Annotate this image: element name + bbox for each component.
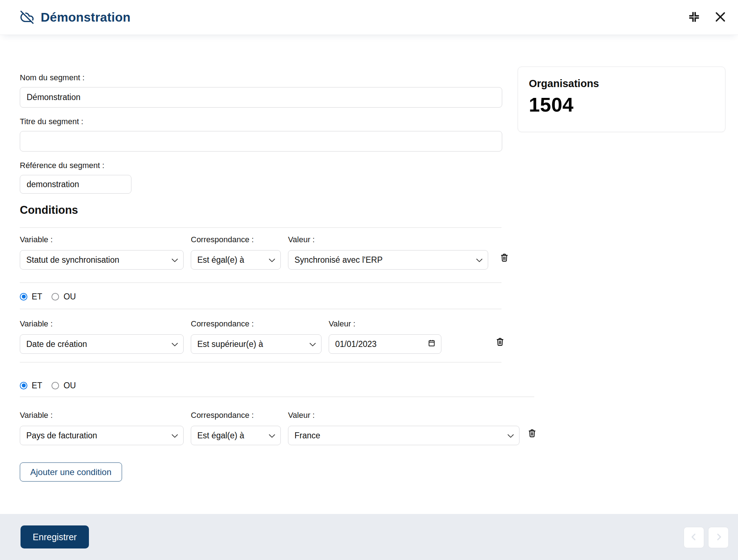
radio-ou[interactable]: OU xyxy=(51,381,76,390)
pagination xyxy=(684,527,729,548)
operator-row-2: ET OU xyxy=(20,380,540,391)
chevron-down-icon xyxy=(269,431,275,441)
variable-select-value: Pays de facturation xyxy=(26,431,97,441)
chevron-down-icon xyxy=(310,339,316,349)
segment-editor-modal: Démonstration xyxy=(0,0,738,560)
condition-row-2: Variable : Date de création Correspondan… xyxy=(20,319,540,354)
value-select[interactable]: Synchronisé avec l'ERP xyxy=(288,250,488,270)
calendar-icon[interactable] xyxy=(428,339,436,349)
chevron-down-icon xyxy=(172,339,178,349)
match-select-value: Est supérieur(e) à xyxy=(197,339,263,349)
value-date-input[interactable]: 01/01/2023 xyxy=(329,334,441,354)
radio-ou[interactable]: OU xyxy=(51,292,76,302)
match-label: Correspondance : xyxy=(191,319,321,329)
close-button[interactable] xyxy=(712,9,729,26)
match-select-value: Est égal(e) à xyxy=(197,431,244,441)
segment-reference-input[interactable]: demonstration xyxy=(20,175,131,194)
divider xyxy=(20,309,501,309)
variable-label: Variable : xyxy=(20,319,184,329)
trash-icon xyxy=(527,434,537,439)
match-select[interactable]: Est supérieur(e) à xyxy=(191,334,321,354)
segment-title-label: Titre du segment : xyxy=(20,117,540,126)
radio-ou-label: OU xyxy=(63,381,76,390)
divider xyxy=(20,227,501,228)
divider xyxy=(20,397,534,397)
chevron-down-icon xyxy=(476,255,482,265)
divider xyxy=(20,362,501,362)
segment-name-label: Nom du segment : xyxy=(20,73,540,82)
variable-select[interactable]: Statut de synchronisation xyxy=(20,250,184,270)
radio-unchecked-icon xyxy=(51,382,59,389)
delete-condition-button[interactable] xyxy=(495,336,505,349)
modal-footer: Enregistrer xyxy=(0,514,738,560)
value-label: Valeur : xyxy=(288,411,519,420)
chevron-right-icon xyxy=(714,532,723,543)
modal-header: Démonstration xyxy=(0,0,738,35)
cloud-off-icon xyxy=(20,10,34,24)
segment-reference-label: Référence du segment : xyxy=(20,161,540,170)
value-label: Valeur : xyxy=(288,235,488,244)
value-label: Valeur : xyxy=(329,319,441,329)
condition-row-3: Variable : Pays de facturation Correspon… xyxy=(20,411,540,445)
value-select-value: Synchronisé avec l'ERP xyxy=(294,255,383,265)
match-label: Correspondance : xyxy=(191,411,281,420)
close-icon xyxy=(714,10,727,25)
radio-checked-icon xyxy=(20,382,27,389)
delete-condition-button[interactable] xyxy=(499,252,510,265)
organisations-card: Organisations 1504 xyxy=(518,67,725,132)
trash-icon xyxy=(495,343,505,348)
match-select[interactable]: Est égal(e) à xyxy=(191,250,281,270)
segment-name-input[interactable]: Démonstration xyxy=(20,87,502,108)
radio-et[interactable]: ET xyxy=(20,292,42,302)
radio-et-label: ET xyxy=(32,292,42,302)
variable-select-value: Date de création xyxy=(26,339,87,349)
chevron-down-icon xyxy=(269,255,275,265)
variable-select[interactable]: Date de création xyxy=(20,334,184,354)
value-select[interactable]: France xyxy=(288,426,519,445)
radio-et-label: ET xyxy=(32,381,42,390)
segment-name-value: Démonstration xyxy=(27,92,81,102)
value-select-value: France xyxy=(294,431,320,441)
chevron-left-icon xyxy=(689,532,699,543)
variable-select[interactable]: Pays de facturation xyxy=(20,426,184,445)
operator-row-1: ET OU xyxy=(20,291,540,302)
segment-reference-value: demonstration xyxy=(27,180,79,189)
trash-icon xyxy=(500,258,509,264)
variable-label: Variable : xyxy=(20,235,184,244)
add-condition-button[interactable]: Ajouter une condition xyxy=(20,462,122,482)
variable-select-value: Statut de synchronisation xyxy=(26,255,119,265)
variable-label: Variable : xyxy=(20,411,184,420)
chevron-down-icon xyxy=(172,431,178,441)
conditions-heading: Conditions xyxy=(20,204,540,217)
divider xyxy=(20,283,501,283)
radio-ou-label: OU xyxy=(63,292,76,302)
modal-body: Nom du segment : Démonstration Titre du … xyxy=(0,35,540,482)
radio-unchecked-icon xyxy=(51,293,59,301)
organisations-count: 1504 xyxy=(529,93,714,116)
next-page-button[interactable] xyxy=(708,527,729,548)
segment-title-input[interactable] xyxy=(20,131,502,152)
match-select[interactable]: Est égal(e) à xyxy=(191,426,281,445)
modal-title: Démonstration xyxy=(41,10,131,24)
match-label: Correspondance : xyxy=(191,235,281,244)
compress-button[interactable] xyxy=(686,9,702,26)
radio-et[interactable]: ET xyxy=(20,381,42,390)
delete-condition-button[interactable] xyxy=(527,428,537,440)
condition-row-1: Variable : Statut de synchronisation Cor… xyxy=(20,235,540,270)
chevron-down-icon xyxy=(508,431,514,441)
date-value: 01/01/2023 xyxy=(335,339,377,349)
compress-icon xyxy=(688,10,701,24)
organisations-card-title: Organisations xyxy=(529,78,714,90)
chevron-down-icon xyxy=(172,255,178,265)
match-select-value: Est égal(e) à xyxy=(197,255,244,265)
previous-page-button[interactable] xyxy=(684,527,704,548)
radio-checked-icon xyxy=(20,293,27,301)
save-button[interactable]: Enregistrer xyxy=(21,525,89,548)
